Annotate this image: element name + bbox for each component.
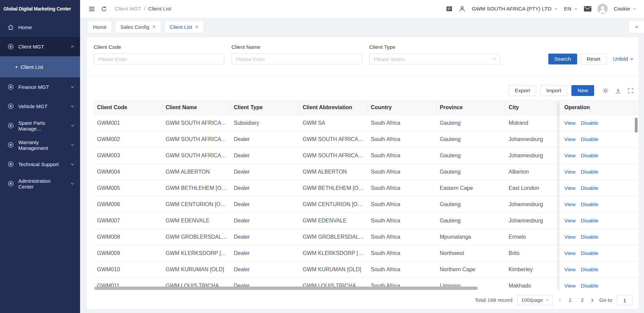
- cell-province: Eastern Cape: [436, 180, 505, 196]
- tab-collapse-button[interactable]: [629, 21, 644, 33]
- sidebar-item-client-mgt[interactable]: Client MGT: [0, 37, 80, 56]
- mail-icon[interactable]: [584, 6, 591, 12]
- disable-link[interactable]: Disable: [581, 153, 598, 159]
- view-link[interactable]: View: [564, 136, 575, 142]
- tab-close-icon[interactable]: [195, 25, 198, 28]
- hamburger-icon[interactable]: [88, 5, 95, 13]
- tab-close-icon[interactable]: [152, 25, 156, 28]
- client-type-select[interactable]: [369, 54, 500, 64]
- disable-link[interactable]: Disable: [581, 267, 598, 273]
- cell-client-abbreviation: GWM ALBERTON: [299, 164, 367, 180]
- download-icon[interactable]: [615, 87, 621, 94]
- page-2[interactable]: 2: [579, 297, 585, 303]
- topbar-actions: GWM SOUTH AFRICA (PTY) LTD EN Cookie: [446, 4, 637, 14]
- settings-icon[interactable]: [602, 87, 609, 94]
- next-page-button[interactable]: [590, 298, 594, 302]
- disable-link[interactable]: Disable: [581, 185, 598, 191]
- language-selector[interactable]: EN: [564, 6, 578, 12]
- prev-page-button[interactable]: [558, 298, 562, 302]
- view-link[interactable]: View: [564, 153, 575, 159]
- tab-sales-config[interactable]: Sales Config: [116, 21, 160, 33]
- disable-link[interactable]: Disable: [581, 136, 598, 142]
- operation-column: Operation View Disable View Disable View…: [559, 100, 639, 291]
- table-row-actions: View Disable: [559, 148, 639, 164]
- horizontal-scrollbar[interactable]: [94, 287, 478, 290]
- page-1[interactable]: 1: [567, 297, 573, 303]
- cell-client-name: GWM ALBERTON: [162, 164, 230, 180]
- chevron-down-icon: [630, 57, 634, 61]
- view-link[interactable]: View: [564, 267, 575, 273]
- export-button[interactable]: Export: [509, 85, 536, 96]
- sidebar-item-administration-center[interactable]: Administration Center: [0, 174, 80, 193]
- sidebar-item-technical-support[interactable]: Technical Support: [0, 155, 80, 174]
- cell-client-type: Dealer: [230, 131, 299, 147]
- fullscreen-icon[interactable]: [627, 87, 634, 94]
- sidebar-item-finance-mgt[interactable]: Finance MGT: [0, 77, 80, 97]
- cell-client-code: GWM008: [94, 229, 162, 245]
- disable-link[interactable]: Disable: [581, 283, 598, 289]
- sidebar-item-label: Home: [18, 24, 32, 30]
- chevron-down-icon: [71, 143, 75, 147]
- view-link[interactable]: View: [564, 169, 575, 175]
- sidebar-item-home[interactable]: Home: [0, 18, 80, 37]
- disable-link[interactable]: Disable: [581, 201, 598, 208]
- new-button[interactable]: New: [571, 85, 594, 96]
- column-header-country: Country: [367, 100, 436, 115]
- column-header-client-abbreviation: Client Abbreviation: [299, 100, 367, 115]
- view-link[interactable]: View: [564, 250, 575, 256]
- client-code-input[interactable]: [94, 54, 224, 64]
- view-link[interactable]: View: [564, 201, 575, 208]
- view-link[interactable]: View: [564, 120, 575, 126]
- main-area: Client MGT / Client List GWM SOUTH AFRIC…: [80, 0, 644, 313]
- view-link[interactable]: View: [564, 185, 575, 191]
- goto-page-input[interactable]: [617, 295, 632, 305]
- tabs: Home Sales Config Client List: [88, 21, 203, 33]
- cell-client-abbreviation: GWM KURUMAN [OLD]: [299, 261, 367, 277]
- view-link[interactable]: View: [564, 283, 575, 289]
- disable-link[interactable]: Disable: [581, 218, 598, 224]
- sidebar-item-vehicle-mgt[interactable]: Vehicle MGT: [0, 97, 80, 116]
- disable-link[interactable]: Disable: [581, 234, 598, 240]
- client-name-input[interactable]: [231, 54, 362, 64]
- view-link[interactable]: View: [564, 234, 575, 240]
- tab-home[interactable]: Home: [88, 21, 111, 33]
- cell-country: South Africa: [367, 148, 436, 163]
- reset-button[interactable]: Reset: [581, 54, 607, 64]
- filter-field: Client Name: [231, 44, 362, 64]
- filter-section: Client Code Client Name Client Type Sear…: [87, 37, 639, 76]
- cell-province: Gauteng: [436, 148, 505, 163]
- import-button[interactable]: Import: [540, 85, 567, 96]
- disable-link[interactable]: Disable: [581, 120, 598, 126]
- disable-link[interactable]: Disable: [581, 250, 598, 256]
- page-size-select[interactable]: 100/page: [517, 295, 553, 305]
- tab-bar: Home Sales Config Client List: [80, 18, 644, 36]
- sidebar-subitem-client-list[interactable]: Client List: [0, 56, 80, 77]
- table-row: GWM003GWM SOUTH AFRICA (C...DealerGWM SO…: [94, 148, 639, 164]
- sidebar-item-warranty-management[interactable]: Warranty Management: [0, 135, 80, 155]
- table-row: GWM002GWM SOUTH AFRICA (PR...DealerGWM S…: [94, 131, 639, 148]
- cell-client-type: Subsidiary: [230, 115, 299, 131]
- filter-actions: Search Reset Unfold: [548, 54, 634, 64]
- cell-client-abbreviation: GWM KLERKSDORP [OLD]: [299, 245, 367, 261]
- sidebar-item-spare-parts-manage[interactable]: Spare Parts Manage...: [0, 116, 80, 135]
- avatar[interactable]: [598, 4, 608, 14]
- admin-center-icon: [7, 180, 14, 187]
- filter-field: Client Code: [94, 44, 224, 64]
- news-icon[interactable]: [446, 5, 453, 12]
- table-row: GWM008GWM GROBLERSDAL [OL...DealerGWM GR…: [94, 229, 639, 245]
- technical-support-icon: [7, 161, 14, 168]
- disable-link[interactable]: Disable: [581, 169, 598, 175]
- unfold-toggle[interactable]: Unfold: [613, 56, 634, 62]
- tab-client-list[interactable]: Client List: [165, 21, 203, 33]
- user-menu[interactable]: Cookie: [614, 6, 637, 12]
- refresh-icon[interactable]: [101, 6, 107, 12]
- company-selector[interactable]: GWM SOUTH AFRICA (PTY) LTD: [472, 6, 558, 12]
- filter-fields: Client Code Client Name Client Type: [94, 44, 507, 64]
- tab-label: Sales Config: [120, 24, 149, 30]
- cell-client-code: GWM010: [94, 261, 162, 277]
- cell-client-abbreviation: GWM CENTURION [OLD]: [299, 196, 367, 212]
- search-button[interactable]: Search: [548, 54, 577, 64]
- view-link[interactable]: View: [564, 218, 575, 224]
- user-icon[interactable]: [459, 5, 466, 12]
- vertical-scrollbar[interactable]: [635, 118, 638, 133]
